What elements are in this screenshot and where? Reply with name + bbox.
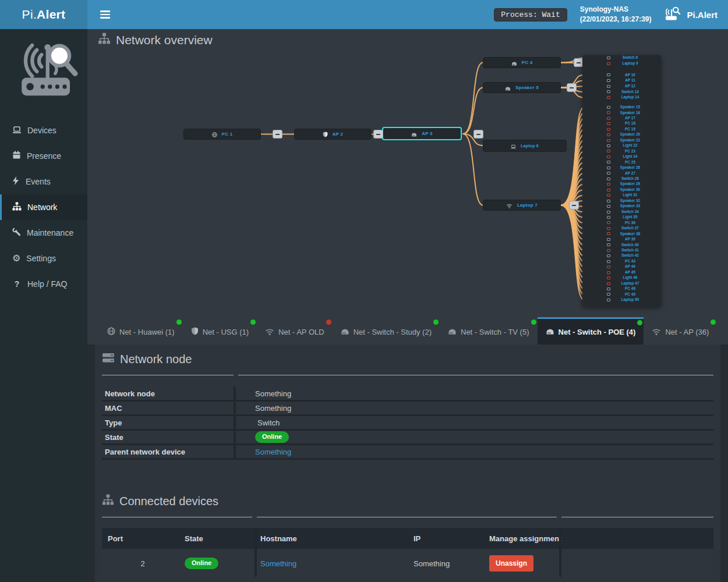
device-item[interactable]: Light 22 [582, 144, 661, 148]
device-label: PC 43 [613, 260, 647, 264]
tab-net-ap-old[interactable]: Net - AP OLD [257, 318, 333, 345]
sidebar-item-help[interactable]: ? Help / FAQ [0, 271, 87, 297]
host-name: Synology-NAS [580, 5, 652, 15]
device-item[interactable]: Speaker 20 [582, 133, 661, 137]
switch-icon [448, 328, 457, 336]
device-item[interactable]: AP 44 [582, 265, 661, 269]
device-item[interactable]: Speaker 32 [582, 198, 661, 203]
sidebar-toggle-button[interactable] [97, 7, 114, 22]
device-item[interactable]: Switch 13 [582, 90, 661, 94]
device-item[interactable]: AP 10 [582, 73, 661, 77]
device-item[interactable]: PC 18 [582, 122, 661, 126]
diagram-node-ap3[interactable]: AP 3 [382, 127, 462, 140]
status-dot [637, 320, 642, 325]
sidebar-item-presence[interactable]: Presence [0, 143, 87, 169]
device-item[interactable]: PC 19 [582, 127, 661, 132]
collapse-button[interactable] [473, 130, 483, 139]
device-item[interactable]: PC 43 [582, 259, 661, 264]
diagram-node-laptop6[interactable]: Laptop 6 [483, 140, 567, 152]
device-item[interactable]: Speaker 26 [582, 165, 661, 170]
device-item[interactable]: Speaker 29 [582, 182, 661, 187]
sidebar-item-events[interactable]: Events [0, 169, 87, 194]
device-item[interactable]: AP 17 [582, 116, 661, 120]
sidebar-item-settings[interactable]: ⚙ Settings [0, 246, 87, 271]
sidebar-item-label: Events [26, 177, 51, 186]
device-item[interactable]: PC 48 [582, 286, 661, 291]
collapse-button[interactable] [569, 201, 579, 210]
device-icon [607, 62, 610, 65]
tab-net-switch-tv[interactable]: Net - Switch - TV (5) [440, 318, 538, 345]
device-item[interactable]: Switch 34 [582, 210, 661, 214]
device-item[interactable]: Switch 42 [582, 254, 661, 258]
device-item[interactable]: PC 25 [582, 160, 661, 165]
collapse-button[interactable] [567, 83, 577, 92]
device-item[interactable]: Speaker 15 [582, 105, 661, 109]
table-row: Network node Something [102, 387, 713, 402]
device-item[interactable]: Laptop 9 [582, 61, 661, 66]
device-item[interactable]: Speaker 38 [582, 232, 661, 236]
network-tabs: Net - Huawei (1) Net - USG (1) Net - AP … [87, 317, 728, 345]
device-item[interactable]: Switch 28 [582, 176, 661, 181]
device-icon [607, 139, 610, 142]
device-item[interactable]: Switch 40 [582, 243, 661, 247]
device-icon [607, 271, 610, 274]
device-item[interactable]: Laptop 47 [582, 281, 661, 286]
device-item[interactable]: AP 39 [582, 237, 661, 242]
device-item[interactable]: Switch 41 [582, 248, 661, 253]
hostname-link[interactable]: Something [260, 559, 296, 568]
diagram-node-speaker5[interactable]: Speaker 5 [483, 82, 561, 93]
device-item[interactable]: Speaker 21 [582, 138, 661, 143]
device-item[interactable]: AP 11 [582, 79, 661, 83]
tab-net-usg[interactable]: Net - USG (1) [183, 318, 257, 345]
collapse-button[interactable] [373, 130, 383, 139]
app-name: Pi.Alert [687, 10, 718, 20]
device-item[interactable]: Speaker 30 [582, 187, 661, 192]
device-item[interactable]: Laptop 50 [582, 297, 661, 302]
device-item[interactable]: Speaker 33 [582, 204, 661, 209]
app-logo[interactable]: Pi.Alert [0, 0, 87, 29]
sidebar-item-devices[interactable]: Devices [0, 118, 87, 143]
device-label: Laptop 47 [613, 282, 647, 286]
device-icon [607, 128, 610, 131]
sidebar-item-maintenance[interactable]: Maintenance [0, 220, 87, 246]
device-item[interactable]: Light 46 [582, 276, 661, 281]
device-item[interactable]: AP 45 [582, 270, 661, 275]
network-node-value: Something [236, 389, 291, 398]
device-item[interactable]: PC 23 [582, 149, 661, 154]
sidebar-item-network[interactable]: Network [0, 194, 87, 220]
device-item[interactable]: Light 31 [582, 193, 661, 198]
tab-net-ap[interactable]: Net - AP (36) [644, 318, 717, 345]
tab-net-switch-poe[interactable]: Net - Switch - POE (4) [538, 317, 644, 345]
tab-net-huawei[interactable]: Net - Huawei (1) [99, 318, 183, 345]
diagram-node-ap2[interactable]: AP 2 [294, 129, 372, 140]
status-dot [711, 320, 716, 325]
parent-device-link[interactable]: Something [255, 448, 291, 456]
device-item[interactable]: Speaker 16 [582, 111, 661, 115]
device-label: PC 36 [613, 221, 647, 225]
device-item[interactable]: Laptop 14 [582, 95, 661, 100]
device-item[interactable]: Light 24 [582, 154, 661, 159]
collapse-button[interactable] [273, 130, 282, 139]
unassign-button[interactable]: Unassign [489, 555, 533, 572]
tab-net-switch-study[interactable]: Net - Switch - Study (2) [333, 318, 440, 345]
device-label: Speaker 32 [613, 199, 647, 203]
diagram-node-laptop7[interactable]: Laptop 7 [483, 200, 561, 211]
table-row: Parent network device Something [102, 445, 713, 460]
device-item[interactable]: AP 27 [582, 171, 661, 176]
device-item[interactable]: PC 36 [582, 221, 661, 225]
laptop-icon [12, 126, 22, 136]
device-label: Switch 13 [613, 90, 647, 94]
status-badge: Online [185, 558, 218, 569]
device-item[interactable]: PC 49 [582, 292, 661, 297]
device-label: PC 25 [613, 161, 647, 165]
device-item[interactable]: Switch 37 [582, 226, 661, 230]
device-label: AP 17 [613, 116, 647, 120]
diagram-node-pc1[interactable]: PC 1 [183, 129, 261, 140]
device-item[interactable]: AP 12 [582, 84, 661, 88]
diagram-node-pc4[interactable]: PC 4 [483, 57, 561, 68]
device-label: Light 46 [613, 276, 647, 280]
status-dot [531, 320, 536, 325]
device-item[interactable]: Light 35 [582, 215, 661, 220]
ip-value: Something [414, 559, 489, 568]
device-item[interactable]: Switch 8 [582, 56, 661, 61]
